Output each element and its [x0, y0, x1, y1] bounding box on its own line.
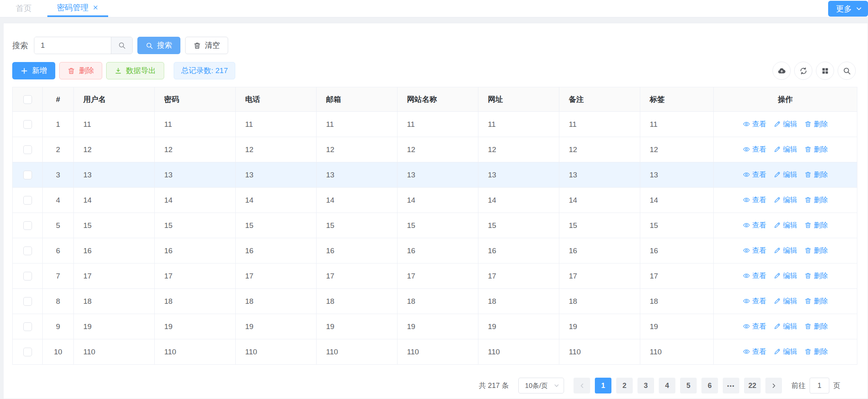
- edit-link-label: 编辑: [783, 170, 797, 179]
- clear-button[interactable]: 清空: [185, 37, 228, 54]
- view-link[interactable]: 查看: [743, 170, 767, 179]
- view-link[interactable]: 查看: [743, 145, 767, 154]
- data-cell: 13: [236, 162, 317, 188]
- data-cell: 17: [317, 263, 397, 289]
- export-button[interactable]: 数据导出: [106, 62, 164, 79]
- delete-link[interactable]: 删除: [804, 220, 828, 230]
- view-link[interactable]: 查看: [743, 119, 767, 129]
- table-row: 41414141414141414查看编辑删除: [13, 188, 857, 213]
- table-row: 71717171717171717查看编辑删除: [13, 263, 857, 289]
- eye-icon: [743, 222, 750, 229]
- page-button[interactable]: 22: [744, 378, 761, 393]
- view-link[interactable]: 查看: [743, 322, 767, 331]
- delete-link[interactable]: 删除: [804, 145, 828, 154]
- download-icon: [114, 67, 122, 75]
- edit-link[interactable]: 编辑: [774, 195, 797, 205]
- view-link[interactable]: 查看: [743, 296, 767, 306]
- row-checkbox[interactable]: [23, 247, 32, 255]
- edit-link[interactable]: 编辑: [774, 145, 797, 154]
- edit-link[interactable]: 编辑: [774, 322, 797, 331]
- row-checkbox[interactable]: [23, 196, 32, 205]
- password-manager-screen: 首页 密码管理 更多 搜索 搜索 清: [0, 0, 868, 399]
- row-checkbox-cell: [13, 339, 43, 365]
- edit-link[interactable]: 编辑: [774, 119, 797, 129]
- goto-page-input[interactable]: [810, 378, 829, 393]
- edit-link[interactable]: 编辑: [774, 271, 797, 280]
- view-link[interactable]: 查看: [743, 246, 767, 255]
- row-checkbox-cell: [13, 289, 43, 314]
- select-all-checkbox[interactable]: [23, 95, 32, 104]
- edit-link[interactable]: 编辑: [774, 170, 797, 179]
- view-link[interactable]: 查看: [743, 220, 767, 230]
- icon-button-refresh[interactable]: [794, 62, 812, 80]
- page-button[interactable]: 3: [637, 378, 654, 393]
- view-link-label: 查看: [752, 119, 767, 129]
- page-button[interactable]: 1: [595, 378, 611, 393]
- prev-page-button[interactable]: [574, 378, 590, 393]
- row-checkbox[interactable]: [23, 348, 32, 356]
- edit-link[interactable]: 编辑: [774, 246, 797, 255]
- delete-link-label: 删除: [814, 322, 828, 331]
- eye-icon: [743, 348, 750, 355]
- icon-button-grid[interactable]: [816, 62, 834, 80]
- more-button-label: 更多: [836, 4, 852, 14]
- data-cell: 17: [397, 263, 478, 289]
- search-input[interactable]: [34, 37, 111, 54]
- row-checkbox[interactable]: [23, 272, 32, 280]
- row-checkbox[interactable]: [23, 297, 32, 306]
- row-checkbox[interactable]: [23, 145, 32, 154]
- total-count-label: 共 217 条: [479, 381, 509, 390]
- view-link[interactable]: 查看: [743, 195, 767, 205]
- data-cell: 16: [559, 238, 640, 263]
- delete-link[interactable]: 删除: [804, 271, 828, 280]
- more-button[interactable]: 更多: [828, 1, 868, 17]
- icon-button-search[interactable]: [838, 62, 856, 80]
- table-row: 51515151515151515查看编辑删除: [13, 213, 857, 238]
- row-checkbox[interactable]: [23, 221, 32, 230]
- page-button[interactable]: 6: [701, 378, 718, 393]
- tab-home[interactable]: 首页: [0, 0, 47, 17]
- next-page-button[interactable]: [765, 378, 782, 393]
- page-button[interactable]: 4: [659, 378, 675, 393]
- edit-link-label: 编辑: [783, 246, 797, 255]
- edit-link[interactable]: 编辑: [774, 347, 797, 356]
- edit-link-label: 编辑: [783, 347, 797, 356]
- delete-link[interactable]: 删除: [804, 246, 828, 255]
- delete-link[interactable]: 删除: [804, 119, 828, 129]
- search-button[interactable]: 搜索: [137, 37, 180, 54]
- icon-button-cloud-upload[interactable]: [772, 62, 791, 80]
- pencil-icon: [774, 272, 781, 279]
- tab-password-management[interactable]: 密码管理: [47, 0, 108, 17]
- delete-link[interactable]: 删除: [804, 195, 828, 205]
- page-button[interactable]: 2: [616, 378, 633, 393]
- delete-button[interactable]: 删除: [59, 62, 102, 79]
- row-actions-cell: 查看编辑删除: [714, 314, 857, 339]
- view-link[interactable]: 查看: [743, 347, 767, 356]
- input-search-suffix: [111, 37, 132, 54]
- add-button[interactable]: 新增: [12, 62, 55, 79]
- edit-link[interactable]: 编辑: [774, 220, 797, 230]
- delete-link[interactable]: 删除: [804, 322, 828, 331]
- view-link[interactable]: 查看: [743, 271, 767, 280]
- data-cell: 19: [397, 314, 478, 339]
- view-link-label: 查看: [752, 322, 767, 331]
- row-checkbox[interactable]: [23, 171, 32, 179]
- data-cell: 17: [155, 263, 236, 289]
- data-cell: 16: [478, 238, 559, 263]
- refresh-icon: [799, 67, 808, 75]
- row-checkbox[interactable]: [23, 322, 32, 331]
- row-index-cell: 8: [43, 289, 74, 314]
- delete-link[interactable]: 删除: [804, 347, 828, 356]
- edit-link[interactable]: 编辑: [774, 296, 797, 306]
- delete-link[interactable]: 删除: [804, 170, 828, 179]
- trash-icon: [804, 348, 812, 355]
- data-cell: 110: [640, 339, 714, 365]
- row-checkbox[interactable]: [23, 120, 32, 129]
- page-size-select[interactable]: 10条/页: [518, 378, 564, 393]
- delete-link[interactable]: 删除: [804, 296, 828, 306]
- column-header: 操作: [714, 87, 857, 112]
- tab-close-icon[interactable]: [92, 4, 99, 11]
- export-button-label: 数据导出: [126, 66, 156, 76]
- more-pages-button[interactable]: •••: [723, 378, 739, 393]
- page-button[interactable]: 5: [680, 378, 697, 393]
